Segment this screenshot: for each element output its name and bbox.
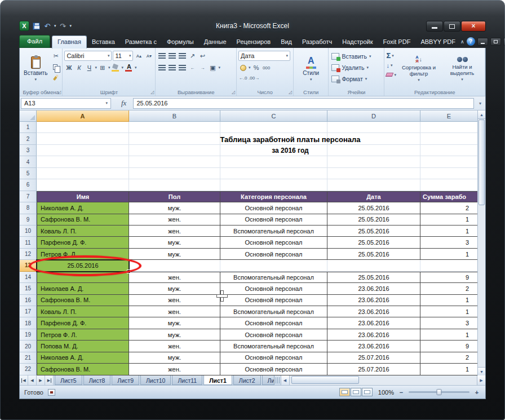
merge-dropdown-icon[interactable]: ▾ — [218, 65, 220, 70]
zoom-slider-thumb[interactable] — [437, 389, 442, 395]
empty-cell[interactable] — [37, 133, 129, 144]
sheet-tab-7[interactable]: Ли — [262, 375, 274, 385]
help-icon[interactable]: ? — [467, 37, 475, 46]
cell-C17[interactable]: Вспомогательный персонал — [220, 306, 327, 317]
cell-B13[interactable] — [129, 260, 220, 271]
increase-decimal-icon[interactable]: ←.0 — [238, 73, 247, 83]
cell-C15[interactable]: Основной персонал — [220, 283, 327, 294]
column-header-D[interactable]: D — [327, 110, 420, 122]
ribbon-tab-7[interactable]: Вид — [276, 36, 297, 48]
row-header-11[interactable]: 11 — [20, 237, 37, 248]
underline-dropdown-icon[interactable]: ▾ — [95, 65, 97, 70]
name-box[interactable]: A13 ▾ — [21, 98, 111, 109]
thousands-format-icon[interactable]: 000 — [262, 63, 271, 73]
merge-center-icon[interactable]: ▣ — [208, 63, 217, 73]
table-header-3[interactable]: Дата — [327, 191, 420, 202]
cell-B9[interactable]: жен. — [129, 214, 220, 226]
cell-A8[interactable]: Николаев А. Д. — [37, 202, 129, 214]
cell-E10[interactable]: 1 — [420, 226, 477, 237]
cell-B8[interactable]: муж. — [129, 202, 220, 214]
clipboard-dialog-launcher[interactable]: ◿ — [57, 90, 61, 95]
column-header-E[interactable]: E — [420, 110, 477, 122]
cell-D20[interactable]: 23.06.2016 — [327, 341, 420, 352]
undo-icon[interactable]: ↶ — [43, 21, 52, 30]
empty-cell[interactable] — [220, 156, 327, 167]
font-color-icon[interactable]: А — [125, 63, 134, 73]
page-layout-view-button[interactable] — [351, 388, 361, 396]
column-header-A[interactable]: A — [37, 110, 129, 122]
empty-cell[interactable] — [37, 179, 129, 191]
workbook-close-button[interactable]: × — [503, 38, 505, 46]
vertical-scroll-thumb[interactable] — [479, 120, 485, 205]
row-header-20[interactable]: 20 — [20, 341, 37, 352]
ribbon-tab-11[interactable]: ABBYY PDF — [415, 36, 460, 48]
collapse-ribbon-icon[interactable]: ∧ — [460, 39, 464, 45]
cell-B20[interactable]: жен. — [129, 341, 220, 352]
cell-D11[interactable]: 25.05.2016 — [327, 237, 420, 248]
cell-E9[interactable]: 1 — [420, 214, 477, 226]
find-select-button[interactable]: Найти и выделить ▾ — [441, 50, 483, 87]
cell-A18[interactable]: Парфенов Д. Ф. — [37, 317, 129, 329]
italic-button[interactable]: К — [74, 63, 83, 73]
font-family-combo[interactable]: Calibri ▾ — [64, 51, 112, 61]
cell-D22[interactable]: 25.07.2016 — [327, 364, 420, 375]
cut-icon[interactable]: ✂ — [51, 51, 60, 61]
table-header-4[interactable]: Сумма зарабо — [420, 191, 477, 202]
grow-font-icon[interactable]: А▴ — [134, 51, 143, 61]
row-header-16[interactable]: 16 — [20, 295, 37, 306]
cell-C13[interactable] — [220, 260, 327, 271]
row-header-2[interactable]: 2 — [20, 133, 37, 144]
ribbon-tab-file[interactable]: Файл — [19, 35, 50, 48]
cell-B15[interactable]: муж. — [129, 283, 220, 294]
ribbon-tab-4[interactable]: Формулы — [162, 36, 199, 48]
copy-icon[interactable] — [51, 62, 60, 72]
cell-E15[interactable]: 2 — [420, 283, 477, 294]
empty-cell[interactable] — [327, 122, 420, 133]
cell-D18[interactable]: 23.06.2016 — [327, 317, 420, 329]
shrink-font-icon[interactable]: А▾ — [144, 51, 153, 61]
undo-dropdown-icon[interactable]: ▾ — [54, 24, 56, 28]
row-header-9[interactable]: 9 — [20, 214, 37, 226]
align-middle-icon[interactable] — [167, 51, 176, 61]
percent-format-icon[interactable]: % — [252, 63, 261, 73]
cell-B18[interactable]: муж. — [129, 317, 220, 329]
cell-A17[interactable]: Коваль Л. П. — [37, 306, 129, 317]
cell-B12[interactable]: муж. — [129, 249, 220, 260]
decrease-decimal-icon[interactable]: .00→ — [249, 73, 259, 83]
increase-indent-icon[interactable]: → — [198, 63, 207, 73]
prev-sheet-button[interactable]: ◀ — [28, 375, 37, 385]
empty-cell[interactable] — [220, 168, 327, 179]
cell-C20[interactable]: Вспомогательный персонал — [220, 341, 327, 352]
empty-cell[interactable] — [37, 122, 129, 133]
formula-input[interactable]: 25.05.2016 — [133, 98, 474, 109]
select-all-button[interactable] — [20, 110, 37, 122]
empty-cell[interactable] — [37, 156, 129, 167]
save-icon[interactable] — [32, 21, 41, 30]
cell-C14[interactable]: Вспомогательный персонал — [220, 272, 327, 283]
close-button[interactable]: × — [461, 21, 486, 32]
last-sheet-button[interactable]: ▶ — [45, 375, 54, 385]
ribbon-tab-8[interactable]: Разработч — [297, 36, 337, 48]
cell-C16[interactable]: Основной персонал — [220, 295, 327, 306]
vertical-scrollbar[interactable]: ▲ ▼ — [477, 110, 485, 375]
format-painter-icon[interactable] — [51, 73, 60, 82]
cell-E11[interactable]: 3 — [420, 237, 477, 248]
cell-A9[interactable]: Сафронова В. М. — [37, 214, 129, 226]
bold-button[interactable]: Ж — [64, 63, 73, 73]
row-header-15[interactable]: 15 — [20, 283, 37, 294]
row-header-21[interactable]: 21 — [20, 352, 37, 364]
alignment-dialog-launcher[interactable]: ◿ — [232, 90, 235, 95]
empty-cell[interactable] — [129, 179, 220, 191]
cell-D12[interactable]: 25.05.2016 — [327, 249, 420, 260]
sheet-tab-5-active[interactable]: Лист1 — [203, 375, 232, 385]
macro-record-icon[interactable] — [48, 389, 55, 396]
empty-cell[interactable] — [129, 133, 220, 144]
empty-cell[interactable] — [220, 133, 327, 144]
empty-cell[interactable] — [327, 145, 420, 156]
empty-cell[interactable] — [129, 168, 220, 179]
empty-cell[interactable] — [327, 133, 420, 144]
cell-A10[interactable]: Коваль Л. П. — [37, 226, 129, 237]
table-header-1[interactable]: Пол — [129, 191, 220, 202]
cell-E8[interactable]: 2 — [420, 202, 477, 214]
cell-E13[interactable] — [420, 260, 477, 271]
